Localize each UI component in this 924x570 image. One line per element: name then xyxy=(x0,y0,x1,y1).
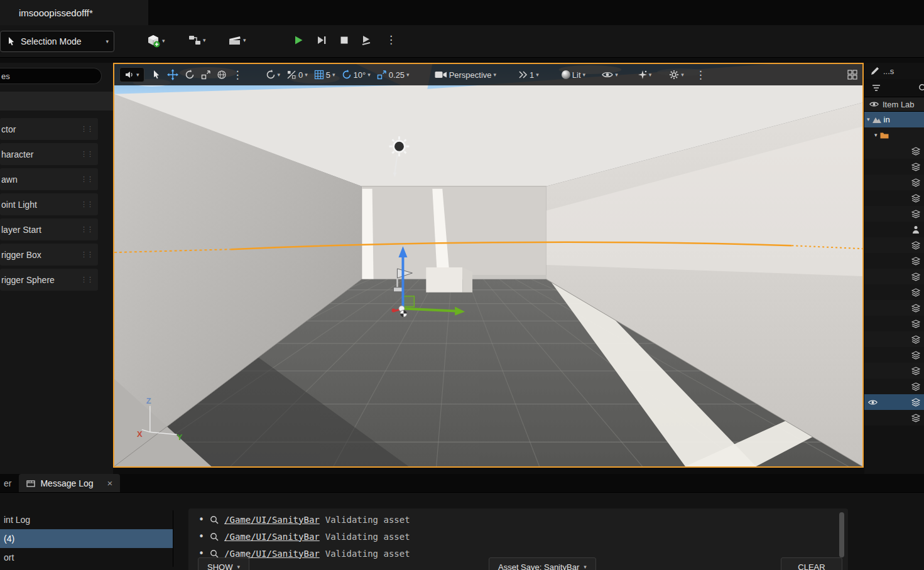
outliner-row[interactable] xyxy=(864,269,924,284)
outliner-row[interactable] xyxy=(864,331,924,347)
select-tool-button[interactable] xyxy=(151,70,161,80)
close-icon[interactable]: × xyxy=(107,478,113,488)
message-log-categories: int Log (4) ort xyxy=(0,510,173,567)
unreal-editor-window: imsooopissedofff* Selection Mode ▾ ▾ ▾ ▾ xyxy=(0,0,924,570)
outliner-row[interactable] xyxy=(864,300,924,316)
message-log-tab[interactable]: Message Log × xyxy=(19,474,120,492)
rotation-snap-control[interactable]: 10° ▾ xyxy=(342,70,371,80)
viewport-kebab[interactable]: ⋮ xyxy=(695,70,706,80)
drag-grip-icon[interactable]: ⋮⋮ xyxy=(80,276,93,284)
log-category[interactable]: int Log xyxy=(0,510,173,529)
chevron-down-icon: ▾ xyxy=(162,38,165,44)
asset-link[interactable]: /Game/UI/SanityBar xyxy=(224,515,320,525)
cursor-icon xyxy=(151,70,161,80)
expand-arrow-icon[interactable]: ▾ xyxy=(867,117,870,122)
axis-y-label: Y xyxy=(177,433,183,442)
drag-grip-icon[interactable]: ⋮⋮ xyxy=(80,125,93,133)
frame-skip-button[interactable] xyxy=(316,35,327,46)
surface-snap-control[interactable]: 0 ▾ xyxy=(286,70,308,80)
asset-save-button[interactable]: Asset Save: SanityBar ▾ xyxy=(489,557,596,570)
outliner-row[interactable] xyxy=(864,159,924,175)
place-item-pawn[interactable]: awn⋮⋮ xyxy=(0,168,98,190)
drag-grip-icon[interactable]: ⋮⋮ xyxy=(80,225,93,234)
expand-arrow-icon[interactable]: ▾ xyxy=(874,132,878,138)
drag-grip-icon[interactable]: ⋮⋮ xyxy=(80,175,93,183)
outliner-title: ...s xyxy=(883,67,894,76)
scale-snap-control[interactable]: 0.25 ▾ xyxy=(377,70,410,80)
scrollbar[interactable] xyxy=(839,512,844,557)
drag-grip-icon[interactable]: ⋮⋮ xyxy=(80,250,93,259)
pencil-icon xyxy=(871,67,879,75)
place-item-player-start[interactable]: layer Start⋮⋮ xyxy=(0,218,98,240)
place-item-point-light[interactable]: oint Light⋮⋮ xyxy=(0,193,98,215)
blueprints-button[interactable]: ▾ xyxy=(188,34,206,46)
transform-kebab[interactable]: ⋮ xyxy=(232,70,243,80)
viewport[interactable]: Z Y X ▾ ⋮ ▾ 0 ▾ xyxy=(113,63,864,468)
level-tab[interactable]: imsooopissedofff* xyxy=(0,0,148,25)
camera-view-dropdown[interactable]: Perspective ▾ xyxy=(435,70,496,80)
play-options-kebab[interactable]: ⋮ xyxy=(386,35,396,45)
outliner-row[interactable] xyxy=(864,379,924,394)
place-search-input[interactable]: es xyxy=(0,68,102,84)
effects-dropdown[interactable]: ▾ xyxy=(638,70,652,79)
camera-speed-control[interactable]: 1 ▾ xyxy=(519,70,539,80)
add-actor-button[interactable]: ▾ xyxy=(146,34,165,48)
maximize-quad-button[interactable] xyxy=(847,70,857,80)
outliner-row[interactable] xyxy=(864,410,924,426)
log-entry[interactable]: • /Game/UI/SanityBar Validating asset xyxy=(188,528,848,545)
chevron-down-icon: ▾ xyxy=(136,72,139,78)
outliner-row-folder[interactable]: ▾ xyxy=(864,127,924,143)
asset-link[interactable]: /Game/UI/SanityBar xyxy=(224,532,320,542)
play-button[interactable] xyxy=(293,35,304,46)
snap-dropdown-button[interactable]: ▾ xyxy=(266,70,281,80)
outliner-row[interactable] xyxy=(864,347,924,363)
add-actor-cube-icon xyxy=(146,34,160,48)
place-item-trigger-box[interactable]: rigger Box⋮⋮ xyxy=(0,244,98,266)
show-filter-button[interactable]: SHOW ▾ xyxy=(198,557,249,570)
eye-icon[interactable] xyxy=(869,101,879,107)
outliner-row[interactable] xyxy=(864,284,924,300)
outliner-row[interactable] xyxy=(864,253,924,269)
show-flags-button[interactable]: ▾ xyxy=(602,71,618,78)
viewport-options-button[interactable]: ▾ xyxy=(119,67,144,82)
place-item-character[interactable]: haracter⋮⋮ xyxy=(0,143,98,165)
log-category[interactable]: ort xyxy=(0,548,173,567)
world-coordinate-button[interactable] xyxy=(217,70,226,79)
log-entry[interactable]: • /Game/UI/SanityBar Validating asset xyxy=(188,511,848,528)
eye-icon[interactable] xyxy=(868,399,878,406)
place-item-actor[interactable]: ctor⋮⋮ xyxy=(0,118,98,140)
outliner-row[interactable] xyxy=(864,190,924,206)
viewport-settings-button[interactable]: ▾ xyxy=(669,70,684,80)
outliner-column-header[interactable]: Item Lab xyxy=(864,97,924,112)
search-icon[interactable] xyxy=(918,83,924,92)
kebab-icon: ⋮ xyxy=(695,70,706,80)
scale-tool-button[interactable] xyxy=(201,70,211,80)
outliner-row-selected[interactable] xyxy=(864,394,924,410)
outliner-row[interactable] xyxy=(864,222,924,237)
log-category-selected[interactable]: (4) xyxy=(0,529,173,548)
outliner-row[interactable] xyxy=(864,316,924,331)
move-tool-button[interactable] xyxy=(167,69,178,80)
content-browser-tab[interactable]: er xyxy=(0,474,15,492)
stop-button[interactable] xyxy=(339,35,350,46)
outliner-row[interactable] xyxy=(864,363,924,379)
cinematics-button[interactable]: ▾ xyxy=(229,34,246,46)
view-mode-dropdown[interactable]: Lit ▾ xyxy=(562,70,585,80)
search-icon xyxy=(210,515,219,524)
outliner-row[interactable] xyxy=(864,237,924,253)
outliner-row-world[interactable]: ▾ in xyxy=(864,112,924,127)
place-search-text: es xyxy=(1,72,10,81)
outliner-row[interactable] xyxy=(864,143,924,159)
outliner-row[interactable] xyxy=(864,175,924,190)
rotate-tool-button[interactable] xyxy=(185,70,195,80)
launch-button[interactable] xyxy=(361,35,372,46)
place-item-trigger-sphere[interactable]: rigger Sphere⋮⋮ xyxy=(0,269,98,291)
outliner-row[interactable] xyxy=(864,206,924,222)
grid-snap-control[interactable]: 5 ▾ xyxy=(314,70,335,80)
drag-grip-icon[interactable]: ⋮⋮ xyxy=(80,150,93,158)
selection-mode-button[interactable]: Selection Mode ▾ xyxy=(0,31,114,52)
clear-button[interactable]: CLEAR xyxy=(781,557,842,570)
static-mesh-icon xyxy=(911,351,920,360)
filter-icon[interactable] xyxy=(872,83,881,92)
drag-grip-icon[interactable]: ⋮⋮ xyxy=(80,200,93,208)
